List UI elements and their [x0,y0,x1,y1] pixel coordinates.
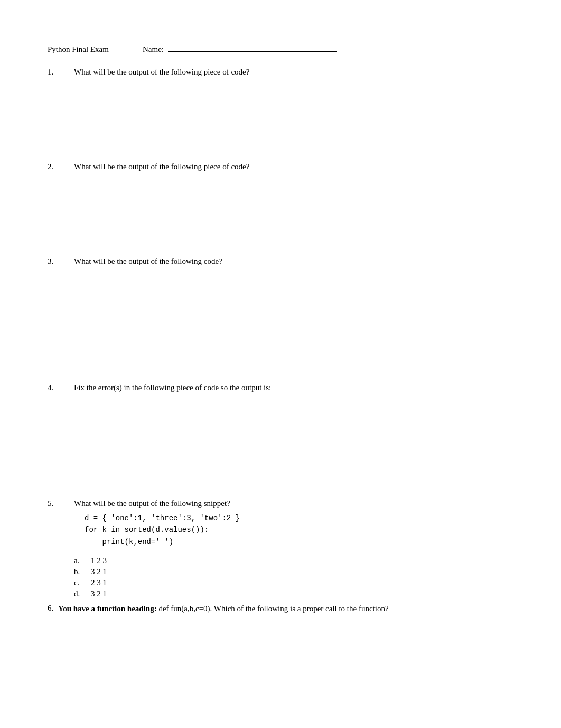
option-5a: a. 1 2 3 [74,556,513,565]
questions-section: 1. What will be the output of the follow… [48,67,513,615]
question-3-answer-space [74,266,513,382]
question-5-content: What will be the output of the following… [74,498,513,601]
question-4: 4. Fix the error(s) in the following pie… [48,382,513,498]
option-5c-value: 2 3 1 [91,578,107,587]
question-2: 2. What will be the output of the follow… [48,161,513,256]
option-5d: d. 3 2 1 [74,589,513,598]
exam-title: Python Final Exam [48,45,143,54]
question-1-text: What will be the output of the following… [74,67,513,77]
question-3-number: 3. [48,256,74,382]
question-2-number: 2. [48,161,74,256]
question-4-answer-space [74,392,513,498]
name-line[interactable] [168,42,337,52]
question-4-text: Fix the error(s) in the following piece … [74,382,513,392]
question-2-text: What will be the output of the following… [74,161,513,171]
question-4-number: 4. [48,382,74,498]
option-5a-value: 1 2 3 [91,556,107,565]
question-1-content: What will be the output of the following… [74,67,513,161]
question-5-text: What will be the output of the following… [74,498,513,508]
question-6-bold: You have a function heading: [58,604,157,613]
option-5c-label: c. [74,578,91,587]
question-5: 5. What will be the output of the follow… [48,498,513,601]
option-5b-value: 3 2 1 [91,567,107,576]
option-5d-value: 3 2 1 [91,589,107,598]
question-2-answer-space [74,171,513,256]
question-3-text: What will be the output of the following… [74,256,513,266]
question-3-content: What will be the output of the following… [74,256,513,382]
question-4-content: Fix the error(s) in the following piece … [74,382,513,498]
question-6-content: You have a function heading: def fun(a,b… [58,603,513,615]
code-line-3: print(k,end=' ') [85,536,513,548]
option-5d-label: d. [74,589,91,598]
question-5-options: a. 1 2 3 b. 3 2 1 c. 2 3 1 d. 3 2 1 [74,556,513,598]
question-5-code-block: d = { 'one':1, 'three':3, 'two':2 } for … [74,512,513,598]
name-label: Name: [143,45,164,54]
question-6: 6. You have a function heading: def fun(… [48,603,513,615]
option-5b: b. 3 2 1 [74,567,513,576]
question-5-number: 5. [48,498,74,601]
option-5b-label: b. [74,567,91,576]
option-5a-label: a. [74,556,91,565]
code-snippet-5: d = { 'one':1, 'three':3, 'two':2 } for … [85,512,513,548]
code-line-1: d = { 'one':1, 'three':3, 'two':2 } [85,512,513,524]
question-2-content: What will be the output of the following… [74,161,513,256]
option-5c: c. 2 3 1 [74,578,513,587]
question-6-rest: def fun(a,b,c=0). Which of the following… [157,604,389,613]
question-3: 3. What will be the output of the follow… [48,256,513,382]
question-6-number: 6. [48,603,58,615]
question-1-number: 1. [48,67,74,161]
question-1: 1. What will be the output of the follow… [48,67,513,161]
exam-header: Python Final Exam Name: [48,42,513,54]
question-1-answer-space [74,77,513,161]
question-6-text: You have a function heading: def fun(a,b… [58,603,513,615]
code-line-2: for k in sorted(d.values()): [85,524,513,536]
